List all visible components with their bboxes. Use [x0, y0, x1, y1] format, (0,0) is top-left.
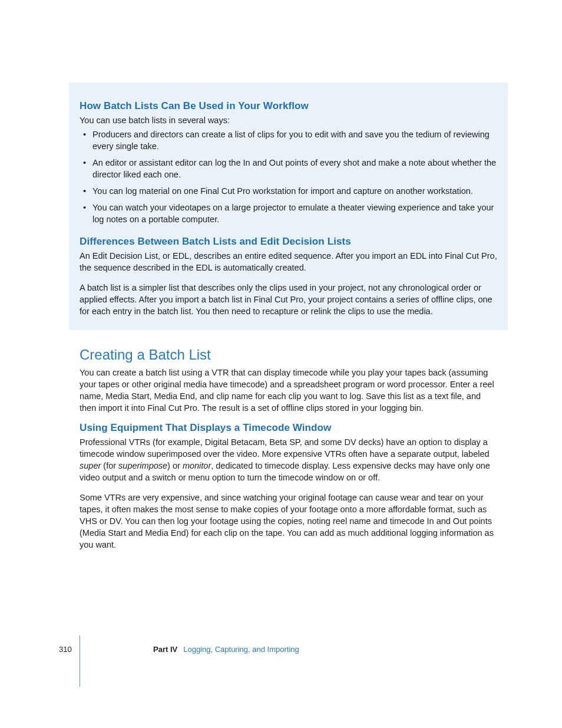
list-item: You can watch your videotapes on a large… — [90, 202, 497, 225]
section-equipment: Using Equipment That Displays a Timecode… — [80, 422, 497, 551]
text-run: ) or — [167, 461, 183, 470]
page-body: How Batch Lists Can Be Used in Your Work… — [0, 0, 562, 728]
list-item: You can log material on one Final Cut Pr… — [90, 185, 497, 197]
text-intro: You can use batch lists in several ways: — [80, 114, 497, 126]
section-creating: Creating a Batch List You can create a b… — [80, 347, 497, 414]
margin-rule — [80, 635, 80, 687]
heading-creating-batch-list: Creating a Batch List — [80, 347, 497, 363]
list-item: Producers and directors can create a lis… — [90, 129, 497, 152]
footer-part-title: Logging, Capturing, and Importing — [183, 645, 299, 654]
footer-part-label: Part IV — [153, 645, 177, 654]
text-emphasis: monitor — [183, 461, 211, 470]
text-paragraph: A batch list is a simpler list that desc… — [80, 282, 497, 317]
list-item: An editor or assistant editor can log th… — [90, 157, 497, 180]
bullet-list: Producers and directors can create a lis… — [80, 129, 497, 225]
heading-differences: Differences Between Batch Lists and Edit… — [80, 236, 497, 248]
page-number: 310 — [59, 645, 72, 654]
text-emphasis: super — [80, 461, 101, 470]
footer-part: Part IVLogging, Capturing, and Importing — [153, 645, 299, 654]
callout-box: How Batch Lists Can Be Used in Your Work… — [69, 83, 508, 330]
text-run: (for — [101, 461, 118, 470]
heading-workflow: How Batch Lists Can Be Used in Your Work… — [80, 100, 497, 112]
text-run: Professional VTRs (for example, Digital … — [80, 437, 490, 459]
text-paragraph: Professional VTRs (for example, Digital … — [80, 436, 497, 483]
heading-timecode-window: Using Equipment That Displays a Timecode… — [80, 422, 497, 434]
text-paragraph: You can create a batch list using a VTR … — [80, 367, 497, 414]
text-paragraph: An Edit Decision List, or EDL, describes… — [80, 250, 497, 274]
text-paragraph: Some VTRs are very expensive, and since … — [80, 492, 497, 551]
text-emphasis: superimpose — [118, 461, 167, 470]
